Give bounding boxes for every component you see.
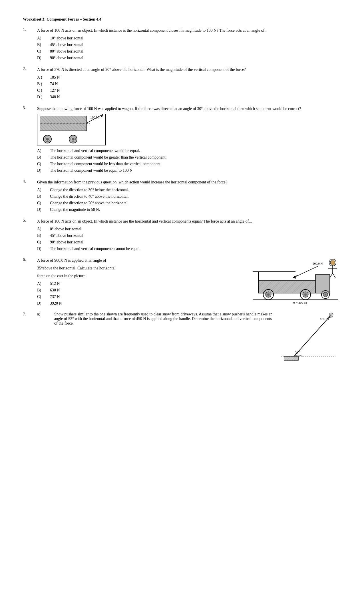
list-item: B) Change the direction to 40° above the… [37, 193, 341, 199]
opt-letter: D) [37, 300, 50, 306]
q7-sub-row: a) Snow pushers similar to the one shown… [37, 312, 273, 326]
opt-letter: B) [37, 287, 50, 293]
q2-content: A force of 370 N is directed at an angle… [37, 67, 341, 101]
opt-letter: B) [37, 233, 50, 239]
list-item: D) The horizontal component would be equ… [37, 167, 341, 173]
opt-letter: D) [37, 167, 50, 173]
opt-text: 90° above horizontal [50, 239, 83, 245]
svg-point-4 [330, 260, 335, 265]
svg-rect-15 [315, 275, 330, 293]
list-item: C ) 127 N [37, 87, 341, 93]
list-item: C) The horizontal component would be les… [37, 161, 341, 167]
list-item: D) Change the magnitude to 50 N. [37, 207, 341, 213]
opt-text: 185 N [50, 74, 60, 80]
q2-options: A ) 185 N B ) 74 N C ) 127 N D ) 348 N [37, 74, 341, 100]
q1-content: A force of 100 N acts on an object. In w… [37, 27, 341, 61]
q7-sub-label: a) [37, 312, 54, 326]
opt-letter: A ) [37, 74, 50, 80]
svg-text:52°: 52° [295, 350, 300, 354]
opt-text: The horizontal component would be less t… [50, 161, 161, 167]
opt-text: 348 N [50, 94, 60, 100]
list-item: D ) 348 N [37, 94, 341, 100]
svg-text:m = 400 kg: m = 400 kg [293, 301, 307, 304]
opt-letter: A) [37, 35, 50, 41]
opt-letter: C) [37, 48, 50, 54]
q1-text: A force of 100 N acts on an object. In w… [37, 27, 341, 33]
q5-content: A force of 100 N acts on an object. In w… [37, 218, 341, 252]
svg-line-7 [330, 273, 333, 278]
worksheet-title: Worksheet 3: Component Forces – Section … [23, 17, 341, 22]
opt-text: 512 N [50, 281, 60, 287]
svg-text:100 N: 100 N [90, 115, 99, 119]
list-item: D) 3920 N [37, 300, 244, 306]
list-item: B) 45° above horizontal [37, 42, 341, 48]
svg-text:450 N: 450 N [320, 317, 329, 321]
opt-text: 80° above horizontal [50, 48, 83, 54]
q1-options: A) 10° above horizontal B) 45° above hor… [37, 35, 341, 61]
opt-text: The horizontal component would be greate… [50, 154, 166, 160]
opt-text: The horizontal component would be equal … [50, 167, 132, 173]
q6-number: 6. [23, 257, 37, 307]
question-2: 2. A force of 370 N is directed at an an… [23, 67, 341, 101]
list-item: C) 737 N [37, 294, 244, 300]
svg-point-18 [267, 293, 270, 296]
list-item: B) 45° above horizontal [37, 233, 341, 239]
q7-number: 7. [23, 312, 37, 365]
question-5: 5. A force of 100 N acts on an object. I… [23, 218, 341, 252]
opt-text: 0° above horizontal [50, 226, 81, 232]
opt-letter: B) [37, 193, 50, 199]
q7-content: a) Snow pushers similar to the one shown… [37, 312, 341, 365]
opt-text: 10° above horizontal [50, 35, 83, 41]
opt-text: The horizontal and vertical components w… [50, 148, 140, 154]
svg-point-24 [325, 294, 326, 295]
opt-letter: A) [37, 281, 50, 287]
list-item: A) 10° above horizontal [37, 35, 341, 41]
list-item: A) 512 N [37, 281, 244, 287]
opt-letter: D ) [37, 94, 50, 100]
opt-letter: B) [37, 42, 50, 48]
opt-text: 45° above horizontal [50, 233, 83, 239]
q3-options: A) The horizontal and vertical component… [37, 148, 341, 173]
q4-options: A) Change the direction to 30° below the… [37, 187, 341, 213]
q5-options: A) 0° above horizontal B) 45° above hori… [37, 226, 341, 252]
question-7: 7. a) Snow pushers similar to the one sh… [23, 312, 341, 365]
opt-letter: B ) [37, 81, 50, 87]
q6-diagram: 900.0 N 35° [250, 257, 341, 305]
svg-line-8 [333, 273, 335, 278]
wagon-diagram: 100 N [37, 114, 106, 145]
q6-left: A force of 900.0 N is applied at an angl… [37, 257, 244, 307]
q4-number: 4. [23, 179, 37, 213]
opt-letter: D) [37, 207, 50, 213]
q2-text: A force of 370 N is directed at an angle… [37, 67, 341, 73]
opt-letter: B) [37, 154, 50, 160]
opt-text: Change the direction to 20° above the ho… [50, 200, 128, 206]
opt-text: Change the direction to 30° below the ho… [50, 187, 129, 193]
q7-layout: a) Snow pushers similar to the one shown… [37, 312, 341, 365]
snow-pusher-svg: 450 N 52° [278, 312, 338, 365]
force-arrow-svg: 100 N [37, 114, 106, 146]
list-item: C) 90° above horizontal [37, 239, 341, 245]
opt-letter: C) [37, 200, 50, 206]
q6-layout: A force of 900.0 N is applied at an angl… [37, 257, 341, 307]
list-item: A ) 185 N [37, 74, 341, 80]
opt-text: Change the direction to 40° above the ho… [50, 193, 128, 199]
opt-letter: C) [37, 294, 50, 300]
question-4: 4. Given the information from the previo… [23, 179, 341, 213]
list-item: B ) 74 N [37, 81, 341, 87]
svg-point-37 [330, 314, 332, 316]
question-6: 6. A force of 900.0 N is applied at an a… [23, 257, 341, 307]
opt-letter: D) [37, 246, 50, 252]
q5-number: 5. [23, 218, 37, 252]
opt-letter: D) [37, 55, 50, 61]
q1-number: 1. [23, 27, 37, 61]
opt-text: 127 N [50, 87, 60, 93]
q6-content: A force of 900.0 N is applied at an angl… [37, 257, 341, 307]
opt-letter: A) [37, 187, 50, 193]
q4-text: Given the information from the previous … [37, 179, 341, 185]
q3-text: Suppose that a towing force of 100 N was… [37, 106, 341, 112]
opt-letter: A) [37, 226, 50, 232]
list-item: B) 630 N [37, 287, 244, 293]
svg-rect-35 [284, 356, 298, 360]
opt-text: 45° above horizontal [50, 42, 83, 48]
q7-text: Snow pushers similar to the one shown ar… [54, 312, 273, 326]
